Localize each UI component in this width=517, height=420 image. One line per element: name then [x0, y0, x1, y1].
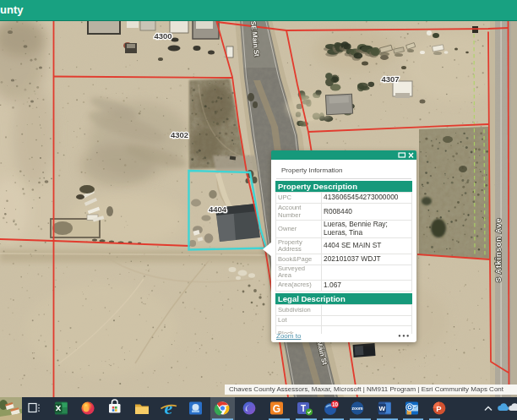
svg-text:T: T [301, 404, 306, 413]
svg-text:4307: 4307 [381, 74, 399, 84]
svg-text:4302: 4302 [171, 130, 188, 139]
svg-text:10: 10 [332, 401, 339, 407]
svg-text:P: P [436, 404, 442, 413]
svg-text:4300: 4300 [154, 31, 171, 41]
svg-text:S Atkinson Ave: S Atkinson Ave [494, 218, 503, 282]
svg-text:W: W [379, 405, 386, 412]
svg-text:zoom: zoom [351, 406, 363, 411]
svg-text:4404: 4404 [209, 205, 227, 214]
svg-text:G: G [273, 403, 280, 415]
svg-text:e: e [165, 397, 173, 418]
